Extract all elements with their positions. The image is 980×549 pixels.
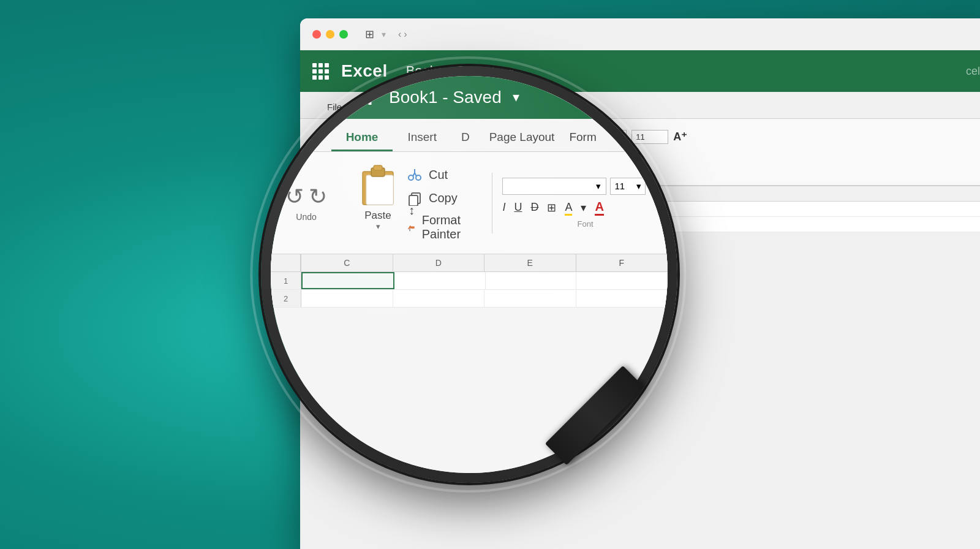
copy-icon: ⧉ (426, 139, 440, 153)
minimize-button[interactable] (326, 30, 334, 39)
ribbon-content: ↺ ↻ Undo 📋 Paste ▾ (300, 119, 980, 186)
tab-d[interactable]: D (451, 97, 483, 118)
excel-app-header: Excel Book1 - Saved ▾ cel (300, 50, 980, 92)
grid-dot (325, 69, 329, 74)
italic-button[interactable]: I (549, 148, 559, 161)
underline-button[interactable]: U (565, 148, 579, 161)
grid-dot (325, 75, 329, 80)
tab-form[interactable]: Form (559, 97, 605, 118)
undo-icons: ↺ ↻ (316, 137, 349, 157)
mag-dot (283, 87, 288, 93)
strikethrough-button[interactable]: D (585, 148, 599, 161)
close-button[interactable] (312, 30, 321, 39)
cell-d2[interactable] (393, 217, 454, 232)
cut-label: Cut (445, 121, 459, 132)
row-num-1: 1 (300, 202, 332, 216)
cell-c1[interactable] (332, 202, 393, 216)
clipboard-main: 📋 Paste ▾ ✂ Cut ⧉ Copy (374, 119, 506, 172)
cell-f1[interactable] (516, 202, 577, 216)
grid-dot (312, 63, 317, 67)
format-painter-button[interactable]: 🖌 Format Painter (426, 158, 506, 172)
undo-icon[interactable]: ↺ (316, 137, 330, 157)
mag-row-1: 1 (271, 272, 301, 289)
cell-f2[interactable] (516, 217, 577, 232)
font-section-label: Font (529, 167, 687, 175)
cut-icon: ✂ (426, 119, 440, 134)
grid-dot (318, 69, 323, 74)
font-top: A⁺ (529, 130, 687, 144)
header-right-text: cel (966, 65, 980, 78)
paste-icon: 📋 (379, 122, 411, 148)
nav-arrows: ‹ › (398, 29, 407, 40)
app-name: Excel (341, 61, 388, 81)
tab-insert[interactable]: Insert (404, 97, 452, 118)
cell-d1[interactable] (393, 202, 454, 216)
forward-arrow-icon[interactable]: › (404, 29, 407, 40)
paste-dropdown-icon[interactable]: ▾ (394, 162, 397, 168)
magnifier-scene: ⊞ ▾ ‹ › Excel Book1 - Saved (0, 0, 980, 549)
cut-button[interactable]: ✂ Cut (426, 119, 506, 134)
cell-e1[interactable] (454, 202, 516, 216)
sidebar-toggle-icon[interactable]: ⊞ (365, 28, 374, 41)
mag-dot (283, 103, 288, 108)
grid-dot (325, 63, 329, 67)
redo-icon[interactable]: ↻ (335, 137, 349, 157)
spreadsheet-grid: C D E F 1 2 (300, 186, 980, 232)
col-header-f: F (516, 186, 577, 201)
clipboard-section: 📋 Paste ▾ ✂ Cut ⧉ Copy (369, 116, 511, 189)
table-row: 2 (300, 217, 980, 232)
grid-dot (318, 75, 323, 80)
back-arrow-icon[interactable]: ‹ (398, 29, 401, 40)
paste-button[interactable]: 📋 Paste ▾ (374, 119, 416, 172)
tab-page-layout[interactable]: Page Layout (483, 97, 559, 118)
format-painter-label: Format Painter (445, 160, 506, 170)
corner-cell (300, 186, 332, 201)
grid-dot (312, 69, 317, 74)
cell-c2[interactable] (332, 217, 393, 232)
mag-dot (283, 95, 288, 100)
maximize-button[interactable] (339, 30, 348, 39)
col-header-c: C (332, 186, 393, 201)
mag-dot (291, 87, 296, 93)
ribbon-tabs: File Home Insert D Page Layout Form (300, 92, 980, 119)
copy-label: Copy (445, 141, 467, 151)
clipboard-actions: ✂ Cut ⧉ Copy 🖌 Format Painter (426, 119, 506, 172)
document-name: Book1 - Saved (406, 63, 494, 79)
mag-dot (291, 103, 296, 108)
titlebar-controls: ⊞ ▾ (365, 28, 386, 41)
table-row: 1 (300, 202, 980, 217)
bold-button[interactable]: B (529, 148, 543, 161)
fill-color-button[interactable]: A▾ (627, 148, 645, 161)
col-header-d: D (393, 186, 454, 201)
row-num-2: 2 (300, 217, 332, 232)
font-section: A⁺ B I U D ⊞ A▾ Font (521, 126, 695, 178)
undo-section: ↺ ↻ Undo (306, 132, 359, 173)
docname-dropdown-icon[interactable]: ▾ (509, 64, 514, 78)
font-bottom: B I U D ⊞ A▾ (529, 148, 687, 161)
excel-window: ⊞ ▾ ‹ › Excel Book1 - Saved (300, 18, 980, 549)
cell-e2[interactable] (454, 217, 516, 232)
tab-home[interactable]: Home (354, 97, 404, 118)
window-titlebar: ⊞ ▾ ‹ › (300, 18, 980, 50)
col-header-e: E (454, 186, 516, 201)
clipboard-section-label: Clipboard (374, 175, 506, 185)
tab-file[interactable]: File (315, 97, 354, 118)
grid-dot (312, 75, 317, 80)
font-family-dropdown[interactable] (529, 130, 627, 144)
mag-corner (271, 254, 301, 271)
border-button[interactable]: ⊞ (605, 148, 620, 161)
undo-label: Undo (324, 159, 342, 168)
ribbon-divider-2 (516, 127, 516, 176)
copy-button[interactable]: ⧉ Copy (426, 139, 506, 153)
format-painter-icon: 🖌 (426, 158, 440, 172)
font-size-input[interactable] (631, 130, 668, 144)
ribbon-divider-1 (364, 127, 364, 176)
mag-row-2: 2 (271, 290, 301, 307)
titlebar-divider: ▾ (382, 29, 386, 39)
font-increase-icon[interactable]: A⁺ (673, 130, 687, 143)
mag-dot (291, 95, 296, 100)
app-grid-icon (312, 63, 329, 80)
column-headers: C D E F (300, 186, 980, 202)
grid-dot (318, 63, 323, 67)
paste-label: Paste (385, 150, 405, 159)
